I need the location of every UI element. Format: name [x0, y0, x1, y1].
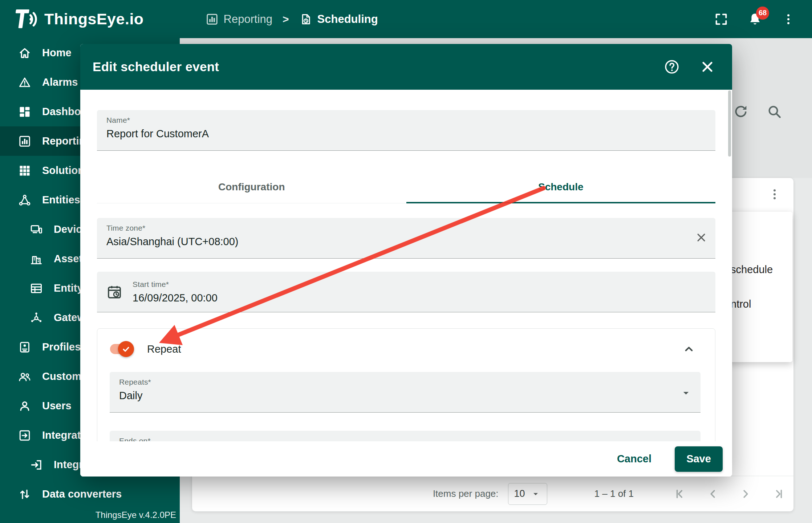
start-time-field[interactable]: Start time* 16/09/2025, 00:00: [97, 272, 715, 312]
save-button[interactable]: Save: [675, 446, 723, 472]
toggle-thumb: [118, 341, 134, 357]
topbar-actions: 68: [714, 12, 795, 27]
name-field[interactable]: Name* Report for CustomerA: [97, 110, 715, 151]
alarm-icon: [18, 76, 31, 89]
cancel-button[interactable]: Cancel: [610, 449, 658, 469]
breadcrumb-reporting-label: Reporting: [224, 13, 272, 26]
repeat-label: Repeat: [147, 343, 181, 355]
app-root: Items per page: 10 1 – 1 of 1 schedulent…: [0, 0, 812, 523]
dialog-header: Edit scheduler event: [80, 44, 732, 90]
entities-icon: [18, 194, 31, 207]
repeats-field[interactable]: Repeats* Daily: [110, 372, 701, 413]
chevron-up-icon[interactable]: [682, 342, 696, 356]
start-time-text: Start time* 16/09/2025, 00:00: [133, 280, 218, 304]
integrations-icon: [18, 429, 31, 442]
timezone-clear-button[interactable]: [694, 230, 709, 245]
tab-schedule[interactable]: Schedule: [406, 171, 716, 203]
dashboard-icon: [18, 105, 31, 118]
search-button[interactable]: [767, 104, 783, 119]
fullscreen-icon: [714, 12, 728, 27]
page-size-value: 10: [514, 488, 525, 499]
timezone-field[interactable]: Time zone* Asia/Shanghai (UTC+08:00): [97, 218, 715, 259]
dialog-title: Edit scheduler event: [93, 60, 219, 74]
caret-down-icon: [530, 488, 541, 499]
top-bar: ThingsEye.io Reporting > Scheduling 68: [0, 0, 812, 38]
dialog-body: Name* Report for CustomerA Configuration…: [80, 90, 732, 441]
start-time-value: 16/09/2025, 00:00: [133, 292, 218, 304]
timezone-field-value: Asia/Shanghai (UTC+08:00): [106, 236, 706, 248]
calendar-clock-icon: [106, 284, 122, 300]
scheduling-icon: [299, 13, 312, 26]
gateways-icon: [30, 311, 43, 324]
name-field-value: Report for CustomerA: [106, 128, 706, 140]
previous-page-button[interactable]: [706, 487, 719, 500]
table-pagination: Items per page: 10 1 – 1 of 1: [192, 476, 793, 511]
converters-icon: [18, 488, 31, 501]
first-page-icon: [674, 487, 687, 500]
notifications-button[interactable]: 68: [747, 12, 763, 27]
dialog-footer: Cancel Save: [80, 441, 732, 477]
refresh-button[interactable]: [733, 104, 749, 119]
row-actions-button[interactable]: [768, 187, 782, 202]
repeat-header[interactable]: Repeat: [97, 329, 715, 369]
kebab-icon: [768, 187, 781, 201]
logo[interactable]: ThingsEye.io: [11, 8, 144, 31]
breadcrumb-reporting[interactable]: Reporting: [206, 13, 272, 26]
next-page-icon: [739, 487, 752, 500]
integr-center-icon: [30, 458, 43, 471]
home-icon: [18, 46, 31, 60]
breadcrumb-separator: >: [283, 13, 289, 25]
check-icon: [121, 344, 131, 354]
repeat-toggle[interactable]: [109, 341, 134, 357]
logo-text: ThingsEye.io: [44, 10, 144, 28]
customers-icon: [18, 370, 31, 383]
close-button[interactable]: [699, 58, 716, 75]
chart-icon: [18, 135, 31, 148]
kebab-icon: [781, 12, 795, 26]
notification-badge: 68: [756, 7, 769, 20]
version-label: ThingsEye v.4.2.0PE: [96, 510, 176, 520]
clear-icon: [694, 231, 708, 244]
tab-configuration[interactable]: Configuration: [97, 171, 406, 203]
reporting-icon: [206, 13, 219, 26]
sidebar-item-label: Data converters: [42, 488, 122, 500]
repeat-section: Repeat Repeats* Daily Ends on*: [97, 328, 715, 441]
grid-icon: [18, 164, 31, 177]
repeats-field-label: Repeats*: [119, 378, 691, 386]
help-button[interactable]: [664, 58, 681, 75]
tab-label: Schedule: [538, 181, 583, 193]
profiles-icon: [18, 341, 31, 354]
dialog-scrollbar[interactable]: [728, 90, 731, 157]
next-page-button[interactable]: [739, 487, 752, 500]
pagination-range: 1 – 1 of 1: [594, 488, 634, 499]
ends-on-field-label: Ends on*: [119, 437, 691, 441]
dialog-tabs: ConfigurationSchedule: [97, 171, 715, 203]
last-page-icon: [772, 487, 785, 500]
sidebar-item-label: Alarms: [42, 76, 78, 88]
name-field-label: Name*: [106, 116, 706, 125]
sidebar-item-data-converters[interactable]: Data converters: [0, 479, 180, 509]
refresh-icon: [733, 104, 748, 119]
timezone-field-label: Time zone*: [106, 224, 706, 232]
help-icon: [664, 59, 680, 75]
items-per-page-label: Items per page:: [433, 488, 499, 499]
search-icon: [767, 104, 782, 119]
last-page-button[interactable]: [772, 487, 785, 500]
assets-icon: [30, 252, 43, 265]
breadcrumb-scheduling-label: Scheduling: [317, 13, 378, 26]
caret-down-icon: [679, 386, 693, 400]
ends-on-field[interactable]: Ends on*: [110, 431, 701, 441]
first-page-button[interactable]: [674, 487, 687, 500]
topbar-menu-button[interactable]: [781, 12, 795, 26]
logo-icon: [11, 8, 38, 31]
sidebar-item-label: Users: [42, 400, 72, 412]
close-icon: [699, 59, 715, 75]
devices-icon: [30, 223, 43, 236]
breadcrumb: Reporting > Scheduling: [206, 13, 378, 26]
fullscreen-button[interactable]: [714, 12, 728, 27]
repeats-field-value: Daily: [119, 390, 691, 402]
page-size-select[interactable]: 10: [508, 483, 547, 505]
breadcrumb-scheduling[interactable]: Scheduling: [299, 13, 378, 26]
edit-scheduler-event-dialog: Edit scheduler event Name* Report for Cu…: [80, 44, 732, 477]
users-icon: [18, 400, 31, 413]
